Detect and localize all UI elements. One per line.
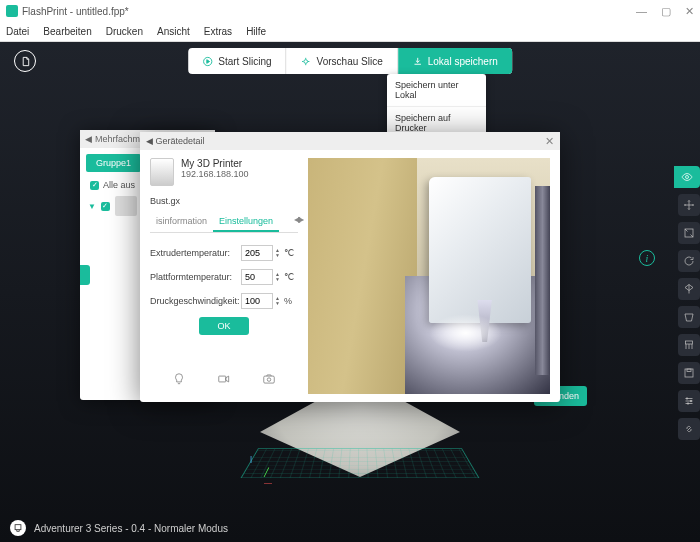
menu-help[interactable]: Hilfe	[246, 26, 266, 37]
workspace: |╱— Start Slicing Vorschau Slice Lokal s…	[0, 42, 700, 542]
tool-save[interactable]	[678, 362, 700, 384]
tool-view[interactable]	[674, 166, 700, 188]
group-button[interactable]: Gruppe1	[86, 154, 141, 172]
tool-cut[interactable]	[678, 306, 700, 328]
svg-rect-4	[686, 341, 693, 344]
svg-point-8	[690, 400, 692, 402]
speed-spinner[interactable]: ▲▼	[275, 296, 280, 306]
svg-rect-10	[219, 376, 226, 382]
svg-rect-6	[687, 369, 691, 372]
expand-icon: ▼	[88, 202, 96, 211]
tool-move[interactable]	[678, 194, 700, 216]
svg-point-9	[687, 403, 689, 405]
save-dropdown: Speichern unter Lokal Speichern auf Druc…	[387, 74, 486, 139]
tab-nav-arrows[interactable]: ◀ ▶	[294, 215, 302, 224]
tool-rotate[interactable]	[678, 250, 700, 272]
menu-edit[interactable]: Bearbeiten	[43, 26, 91, 37]
extruder-spinner[interactable]: ▲▼	[275, 248, 280, 258]
platform-temp-input[interactable]	[241, 269, 273, 285]
start-slicing-label: Start Slicing	[218, 56, 271, 67]
minimize-button[interactable]: —	[636, 5, 647, 18]
title-bar: FlashPrint - untitled.fpp* — ▢ ✕	[0, 0, 700, 22]
menu-file[interactable]: Datei	[6, 26, 29, 37]
tool-support[interactable]	[678, 334, 700, 356]
status-text: Adventurer 3 Series - 0.4 - Normaler Mod…	[34, 523, 228, 534]
status-bar: Adventurer 3 Series - 0.4 - Normaler Mod…	[0, 514, 700, 542]
svg-rect-11	[264, 376, 275, 383]
speed-label: Druckgeschwindigkeit:	[150, 296, 241, 306]
close-button[interactable]: ✕	[685, 5, 694, 18]
platform-spinner[interactable]: ▲▼	[275, 272, 280, 282]
camera-feed	[308, 158, 550, 394]
light-icon[interactable]	[171, 372, 187, 390]
printer-thumbnail	[115, 196, 137, 216]
collapse-arrow-icon[interactable]	[80, 265, 90, 285]
speed-input[interactable]	[241, 293, 273, 309]
dialog-close-button[interactable]: ✕	[545, 135, 554, 148]
tool-settings[interactable]	[678, 390, 700, 412]
info-icon[interactable]: i	[639, 250, 655, 266]
speed-unit: %	[284, 296, 298, 306]
app-icon	[6, 5, 18, 17]
printer-ip: 192.168.188.100	[181, 169, 249, 179]
extruder-temp-label: Extrudertemperatur:	[150, 248, 241, 258]
extruder-unit: ℃	[284, 248, 298, 258]
start-slicing-button[interactable]: Start Slicing	[188, 48, 286, 74]
preview-slice-label: Vorschau Slice	[317, 56, 383, 67]
camera-photo-icon[interactable]	[261, 372, 277, 390]
back-arrow-icon[interactable]: ◀	[85, 134, 92, 144]
maximize-button[interactable]: ▢	[661, 5, 671, 18]
printer-name: My 3D Printer	[181, 158, 249, 169]
save-local-label: Lokal speichern	[428, 56, 498, 67]
svg-point-2	[686, 176, 689, 179]
ok-button[interactable]: OK	[199, 317, 248, 335]
printer-image	[150, 158, 174, 186]
document-button[interactable]	[14, 50, 36, 72]
tool-link[interactable]	[678, 418, 700, 440]
right-toolbar	[674, 162, 700, 444]
build-plate-grid	[241, 448, 480, 478]
file-name: Bust.gx	[150, 196, 298, 206]
tab-settings[interactable]: Einstellungen	[213, 212, 279, 232]
printer-status-icon[interactable]	[10, 520, 26, 536]
printer-checkbox[interactable]: ✓	[101, 202, 110, 211]
dialog-title: Gerätedetail	[156, 136, 205, 146]
top-action-bar: Start Slicing Vorschau Slice Lokal speic…	[188, 48, 512, 74]
camera-video-icon[interactable]	[216, 372, 232, 390]
menu-view[interactable]: Ansicht	[157, 26, 190, 37]
save-local-button[interactable]: Lokal speichern	[398, 48, 512, 74]
svg-point-12	[268, 378, 272, 382]
svg-point-7	[686, 398, 688, 400]
window-title: FlashPrint - untitled.fpp*	[22, 6, 129, 17]
save-local-option[interactable]: Speichern unter Lokal	[387, 74, 486, 106]
device-detail-dialog: ◀ Gerätedetail ✕ My 3D Printer 192.168.1…	[140, 132, 560, 402]
tool-scale[interactable]	[678, 222, 700, 244]
platform-temp-label: Plattformtemperatur:	[150, 272, 241, 282]
dialog-back-icon[interactable]: ◀	[146, 136, 153, 146]
extruder-temp-input[interactable]	[241, 245, 273, 261]
tool-mirror[interactable]	[678, 278, 700, 300]
svg-rect-13	[15, 525, 21, 530]
svg-point-1	[304, 59, 308, 63]
svg-rect-5	[685, 369, 693, 377]
platform-unit: ℃	[284, 272, 298, 282]
preview-slice-button[interactable]: Vorschau Slice	[287, 48, 398, 74]
tab-info[interactable]: isinformation	[150, 212, 213, 232]
menu-print[interactable]: Drucken	[106, 26, 143, 37]
menu-bar: Datei Bearbeiten Drucken Ansicht Extras …	[0, 22, 700, 42]
menu-extras[interactable]: Extras	[204, 26, 232, 37]
